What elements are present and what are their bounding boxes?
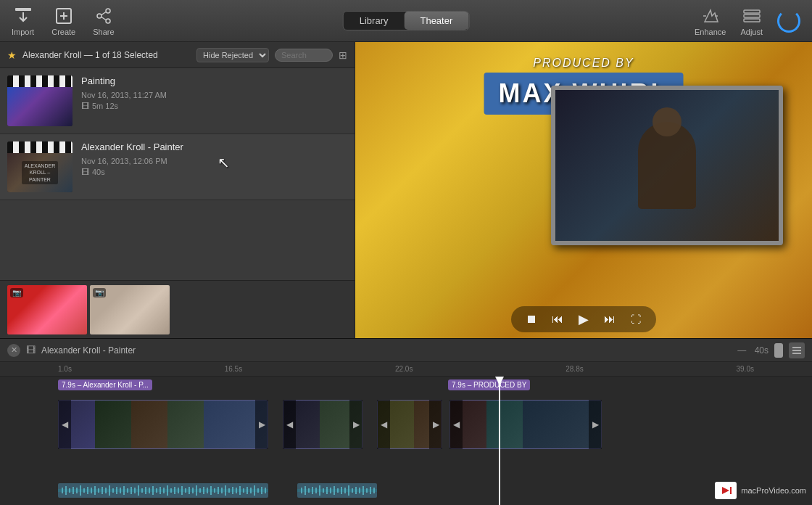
svg-rect-46 [170,488,172,493]
star-icon: ★ [7,49,17,61]
svg-rect-28 [105,488,107,493]
svg-rect-67 [246,487,248,494]
clip-thumb-1d [167,401,204,448]
tab-group: Library Theater [343,11,470,30]
ruler-marks: 1.0s 16.5s 22.0s 28.8s 39.0s [58,365,754,373]
photo-thumb-2[interactable]: 📷 [90,285,170,334]
svg-rect-49 [181,486,183,495]
filmstrip-icon-2: 🎞 [81,168,89,176]
svg-rect-76 [308,488,310,493]
clip-nav-right-3[interactable]: ▶ [429,400,442,449]
svg-rect-9 [744,10,760,13]
svg-rect-82 [330,488,331,493]
clip-segment-4[interactable] [450,400,602,449]
svg-rect-86 [344,488,346,493]
video-panel: PRODUCED BY MAX WHIRL ⏹ ⏮ [355,42,812,338]
svg-rect-40 [149,488,150,493]
left-panel: ★ Alexander Kroll — 1 of 18 Selected Hid… [0,42,355,338]
svg-rect-10 [744,15,760,17]
svg-rect-52 [192,488,194,493]
svg-rect-41 [152,486,154,495]
stop-button[interactable]: ⏹ [523,311,540,328]
grid-icon[interactable]: ⊞ [339,49,347,61]
photo-thumb-1[interactable]: 📷 [7,285,87,334]
rewind-button[interactable]: ⏮ [549,311,566,328]
item-duration-painter: 🎞 40s [81,168,347,176]
adjust-button[interactable]: Adjust [740,6,763,36]
svg-rect-23 [87,487,88,494]
svg-rect-80 [323,488,324,493]
import-icon [13,6,33,26]
svg-rect-78 [315,488,317,493]
toolbar: Import Create Share [0,0,812,42]
svg-rect-44 [163,488,165,493]
svg-rect-17 [65,486,67,495]
svg-rect-36 [134,488,136,493]
svg-rect-79 [319,485,320,496]
svg-rect-91 [362,486,364,495]
video-inner-content [555,90,779,241]
timeline-ruler: 1.0s 16.5s 22.0s 28.8s 39.0s [0,362,812,377]
item-duration-painting: 🎞 5m 12s [81,102,347,110]
timeline-header: ✕ 🎞 Alexander Kroll - Painter — 40s [0,339,812,362]
svg-rect-42 [156,488,157,493]
timeline-close-button[interactable]: ✕ [7,344,20,357]
timeline-title: Alexander Kroll - Painter [41,345,732,356]
camera-icon-1: 📷 [10,288,23,297]
svg-rect-43 [160,487,161,494]
svg-rect-93 [370,487,371,494]
search-input[interactable] [275,49,333,62]
video-content: PRODUCED BY MAX WHIRL ⏹ ⏮ [355,42,812,338]
clip-nav-left-1[interactable]: ◀ [58,400,71,449]
svg-line-5 [102,12,106,15]
main-area: ★ Alexander Kroll — 1 of 18 Selected Hid… [0,42,812,338]
svg-rect-48 [178,488,179,493]
tab-theater[interactable]: Theater [404,12,468,30]
tab-library[interactable]: Library [344,12,405,30]
svg-rect-45 [167,485,168,496]
clip-nav-left-3[interactable]: ◀ [377,400,390,449]
clip-nav-right-4[interactable]: ▶ [589,400,602,449]
play-button[interactable]: ▶ [575,311,592,328]
svg-rect-87 [348,485,349,496]
fullscreen-button[interactable]: ⛶ [627,311,645,328]
svg-rect-65 [239,486,241,495]
playhead[interactable] [499,377,500,505]
clip-nav-left-2[interactable]: ◀ [283,400,296,449]
import-button[interactable]: Import [12,6,34,36]
enhance-button[interactable]: Enhance [695,6,726,36]
svg-rect-70 [257,488,259,493]
list-item[interactable]: ALEXANDERKROLL –PAINTER Alexander Kroll … [0,134,355,200]
adjust-icon [742,6,762,26]
clip-nav-right-1[interactable]: ▶ [255,400,268,449]
svg-rect-16 [62,488,63,493]
timeline-duration-value: 40s [755,345,768,356]
svg-rect-59 [218,487,219,494]
svg-rect-71 [261,487,262,494]
timeline-options-button[interactable] [789,342,805,358]
svg-rect-53 [196,485,197,496]
clip-nav-left-4[interactable]: ◀ [450,400,463,449]
watermark-logo [715,482,737,499]
produced-by-text: PRODUCED BY [484,57,684,70]
timeline-area: ✕ 🎞 Alexander Kroll - Painter — 40s 1.0s… [0,338,812,505]
svg-rect-29 [109,485,110,496]
clip-segment-1[interactable] [58,400,268,449]
list-item[interactable]: Painting Nov 16, 2013, 11:27 AM 🎞 5m 12s [0,68,355,134]
item-info-painting: Painting Nov 16, 2013, 11:27 AM 🎞 5m 12s [81,75,347,110]
fast-forward-button[interactable]: ⏭ [601,311,618,328]
svg-rect-30 [112,488,114,493]
svg-rect-56 [207,488,208,493]
svg-rect-85 [341,487,342,494]
clip-nav-right-2[interactable]: ▶ [349,400,362,449]
filter-label: Alexander Kroll — 1 of 18 Selected [22,50,191,60]
share-button[interactable]: Share [93,6,114,36]
svg-rect-20 [76,488,78,493]
item-date-painting: Nov 16, 2013, 11:27 AM [81,91,347,99]
svg-rect-75 [304,486,306,495]
svg-rect-24 [91,488,92,493]
create-button[interactable]: Create [51,6,75,36]
timeline-zoom-knob[interactable] [774,343,783,358]
hide-rejected-select[interactable]: Hide Rejected [196,48,269,62]
svg-rect-11 [744,19,760,22]
